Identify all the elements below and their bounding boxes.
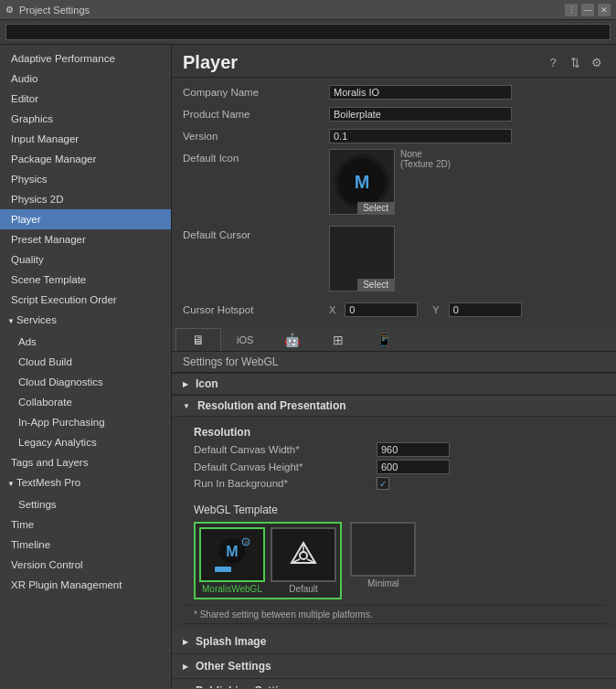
sidebar-item-collaborate[interactable]: Collaborate (0, 392, 171, 412)
resolution-section: Resolution Default Canvas Width* Default… (183, 422, 605, 498)
sidebar-item-timeline[interactable]: Timeline (0, 535, 171, 555)
tab-webgl[interactable]: 🖥 (175, 328, 221, 351)
page-title: Player (183, 52, 238, 73)
window-controls: ⋮ — ✕ (565, 4, 611, 16)
version-input[interactable] (329, 129, 512, 143)
tab-ios[interactable]: iOS (221, 328, 269, 351)
window-title: Project Settings (19, 5, 565, 16)
settings-icon[interactable]: ⚙ (589, 55, 605, 71)
template-item-moralis[interactable]: M ↗ MoralisWebGL (199, 527, 265, 594)
other-accordion-title: Other Settings (196, 660, 271, 673)
hotspot-xy: X Y (329, 302, 522, 317)
cursor-select-button[interactable]: Select (357, 279, 394, 291)
product-name-row: Product Name (183, 105, 605, 123)
content-area: Player ? ⇅ ⚙ Company Name Product Name V… (172, 45, 616, 688)
sidebar-item-in-app-purchasing[interactable]: In-App Purchasing (0, 412, 171, 432)
sidebar-item-services[interactable]: ▼Services (0, 310, 171, 332)
sidebar-item-cloud-build[interactable]: Cloud Build (0, 352, 171, 372)
sidebar-item-quality[interactable]: Quality (0, 249, 171, 270)
company-name-row: Company Name (183, 83, 605, 101)
default-template-thumb (271, 527, 336, 582)
search-input[interactable] (5, 24, 611, 40)
sidebar-item-editor[interactable]: Editor (0, 89, 171, 109)
sidebar-item-xr-plugin-management[interactable]: XR Plugin Management (0, 575, 171, 595)
android-icon: 🤖 (284, 333, 300, 347)
moralis-icon-bg: M (335, 154, 389, 209)
icon-accordion-title: Icon (196, 377, 218, 390)
sidebar-item-package-manager[interactable]: Package Manager (0, 149, 171, 169)
sidebar-item-audio[interactable]: Audio (0, 69, 171, 89)
sidebar-item-input-manager[interactable]: Input Manager (0, 129, 171, 149)
sidebar-item-physics-2d[interactable]: Physics 2D (0, 189, 171, 209)
default-cursor-row: Default Cursor Select (183, 226, 605, 299)
icon-accordion-header[interactable]: ▶ Icon (172, 374, 616, 395)
sidebar-item-scene-template[interactable]: Scene Template (0, 270, 171, 290)
canvas-height-input[interactable] (377, 460, 450, 474)
resolution-accordion-body: Resolution Default Canvas Width* Default… (172, 417, 616, 630)
menu-button[interactable]: ⋮ (565, 4, 578, 16)
hotspot-y-input[interactable] (449, 302, 522, 317)
tab-android-icon[interactable]: 🤖 (269, 328, 315, 351)
icon-accordion-triangle: ▶ (183, 380, 188, 388)
run-in-background-checkbox[interactable] (377, 477, 389, 490)
template-item-minimal[interactable]: Minimal (350, 522, 416, 588)
publishing-triangle: ▶ (183, 687, 188, 689)
product-name-input[interactable] (329, 107, 512, 122)
resolution-accordion-header[interactable]: ▼ Resolution and Presentation (172, 396, 616, 417)
svg-rect-5 (215, 567, 231, 572)
minimal-template-label: Minimal (367, 578, 398, 588)
template-item-default[interactable]: Default (271, 527, 336, 594)
sidebar-item-script-execution-order[interactable]: Script Execution Order (0, 290, 171, 310)
bottom-accordions: ▶ Splash Image ▶ Other Settings ▶ Publis… (172, 630, 616, 688)
minimize-button[interactable]: — (581, 4, 594, 16)
title-bar-icon: ⚙ (5, 5, 14, 15)
windows-icon: ⊞ (333, 333, 344, 347)
sidebar-item-tags-and-layers[interactable]: Tags and Layers (0, 452, 171, 472)
help-icon[interactable]: ? (545, 55, 561, 71)
publishing-accordion-header[interactable]: ▶ Publishing Settings (172, 679, 616, 688)
main-container: Adaptive Performance Audio Editor Graphi… (0, 45, 616, 688)
version-label: Version (183, 131, 329, 142)
search-bar (0, 20, 616, 45)
sidebar-item-version-control[interactable]: Version Control (0, 555, 171, 575)
header-icons: ? ⇅ ⚙ (545, 55, 605, 71)
sidebar-item-time[interactable]: Time (0, 514, 171, 535)
sidebar-item-legacy-analytics[interactable]: Legacy Analytics (0, 432, 171, 452)
default-template-content (272, 529, 335, 580)
settings-for-label: Settings for WebGL (172, 352, 616, 373)
svg-text:M: M (226, 544, 238, 559)
close-button[interactable]: ✕ (598, 4, 611, 16)
sidebar-item-textmesh-pro[interactable]: ▼TextMesh Pro (0, 472, 171, 494)
other-accordion-header[interactable]: ▶ Other Settings (172, 654, 616, 679)
default-icon-label: Default Icon (183, 149, 329, 164)
sidebar-item-ads[interactable]: Ads (0, 332, 171, 352)
sort-icon[interactable]: ⇅ (567, 55, 583, 71)
sidebar-item-preset-manager[interactable]: Preset Manager (0, 229, 171, 249)
moralis-template-content: M ↗ (201, 529, 263, 580)
platform-tabs: 🖥 iOS 🤖 ⊞ 📱 (172, 328, 616, 352)
canvas-width-label: Default Canvas Width* (194, 444, 377, 455)
template-selection-box: M ↗ MoralisWebGL (194, 522, 342, 599)
sidebar-item-physics[interactable]: Physics (0, 169, 171, 189)
default-icon-row: Default Icon M (183, 149, 605, 222)
splash-accordion-header[interactable]: ▶ Splash Image (172, 630, 616, 654)
sidebar-item-player[interactable]: Player (0, 209, 171, 229)
hotspot-x-input[interactable] (345, 302, 418, 317)
sidebar-item-settings[interactable]: Settings (0, 494, 171, 514)
sidebar-item-adaptive-performance[interactable]: Adaptive Performance (0, 48, 171, 69)
icon-none-info: None (Texture 2D) (400, 149, 451, 169)
run-in-background-label: Run In Background* (194, 478, 377, 489)
run-in-background-row: Run In Background* (194, 477, 594, 490)
product-name-label: Product Name (183, 109, 329, 120)
mobile-icon: 📱 (377, 333, 392, 347)
moralis-template-label: MoralisWebGL (202, 584, 262, 594)
company-name-input[interactable] (329, 85, 512, 100)
sidebar-item-graphics[interactable]: Graphics (0, 109, 171, 129)
webgl-template-title: WebGL Template (194, 504, 594, 516)
tab-mobile[interactable]: 📱 (361, 328, 408, 351)
canvas-width-input[interactable] (377, 442, 450, 457)
icon-select-button[interactable]: Select (357, 202, 394, 214)
other-triangle: ▶ (183, 662, 188, 671)
tab-windows[interactable]: ⊞ (315, 328, 361, 351)
sidebar-item-cloud-diagnostics[interactable]: Cloud Diagnostics (0, 372, 171, 392)
